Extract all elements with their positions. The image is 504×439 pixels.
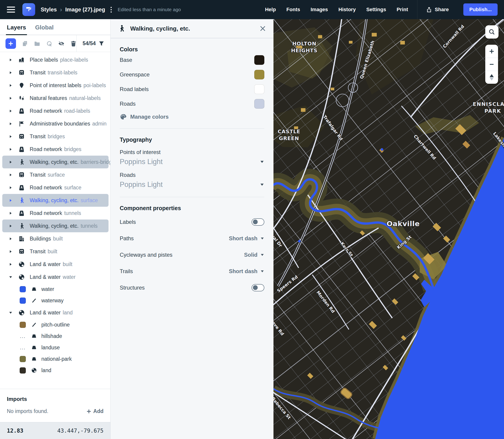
paths-select[interactable]: Short dash [229,235,264,242]
caret-right-icon[interactable] [9,211,13,215]
zoom-in-button[interactable] [485,45,498,58]
share-button[interactable]: Share [417,0,457,19]
sublayer-landuse[interactable]: ... landuse [0,342,110,353]
multi-value-dots[interactable]: ... [20,344,26,351]
caret-down-icon[interactable] [9,275,13,279]
caret-right-icon[interactable] [9,135,13,138]
caret-right-icon[interactable] [9,237,13,241]
cycleways-row: Cycleways and pistes Solid [120,247,264,263]
layer-row-road-labels[interactable]: Road network road-labels [2,105,108,117]
breadcrumb-filename[interactable]: Image (27).jpeg [65,6,105,13]
roads-color-swatch[interactable] [254,99,264,109]
road-labels-color-swatch[interactable] [254,85,264,94]
structures-toggle[interactable] [252,284,264,291]
labels-toggle[interactable] [252,218,264,226]
menu-fonts[interactable]: Fonts [286,7,300,12]
menu-history[interactable]: History [338,7,356,12]
color-swatch[interactable] [20,286,26,292]
menu-images[interactable]: Images [311,7,328,12]
caret-right-icon[interactable] [9,109,13,113]
sublayer-pitch-outline[interactable]: pitch-outline [0,319,110,330]
layer-row-transit-surface[interactable]: Transit surface [2,168,108,181]
publish-button[interactable]: Publish... [463,3,498,16]
road-sign-icon [18,108,25,114]
layer-row-road-bridges[interactable]: Road network bridges [2,143,108,156]
layer-row-walking-barriers-bridges[interactable]: Walking, cycling, etc. barriers-bridges [2,156,108,168]
select-data-icon[interactable] [46,40,52,47]
sublayer-land[interactable]: land [0,365,110,376]
component-properties-heading: Component properties [120,205,264,211]
layer-row-buildings-built[interactable]: Buildings built [2,232,108,245]
sublayer-waterway[interactable]: waterway [0,295,110,306]
delete-layer-icon[interactable] [70,40,77,47]
caret-right-icon[interactable] [9,250,13,254]
menu-settings[interactable]: Settings [366,7,386,12]
color-swatch[interactable] [20,298,26,304]
group-layers-icon[interactable] [34,40,40,47]
color-swatch[interactable] [20,367,26,374]
color-swatch[interactable] [20,356,26,362]
style-options-kebab-icon[interactable] [111,7,112,12]
hamburger-menu-icon[interactable] [7,7,15,12]
caret-right-icon[interactable] [9,198,13,202]
base-color-swatch[interactable] [254,55,264,65]
sublayer-water[interactable]: water [0,283,110,295]
add-import-button[interactable]: Add [86,408,103,414]
layer-row-poi-labels[interactable]: Point of interest labels poi-labels [2,79,108,92]
cycleways-select[interactable]: Solid [244,252,264,258]
zoom-level: 12.83 [7,427,23,434]
layer-row-place-labels[interactable]: Place labels place-labels [2,53,108,66]
caret-right-icon[interactable] [9,160,13,164]
globe-icon [18,261,25,268]
layer-row-transit-built[interactable]: Transit built [2,245,108,258]
zoom-out-button[interactable] [485,58,498,71]
panel-title: Walking, cycling, etc. [130,25,190,32]
breadcrumb-styles[interactable]: Styles [41,6,57,13]
caret-right-icon[interactable] [9,147,13,151]
menu-help[interactable]: Help [265,7,276,12]
trails-select[interactable]: Short dash [229,268,264,274]
caret-right-icon[interactable] [9,84,13,87]
map-search-button[interactable] [485,25,499,38]
manage-colors-button[interactable]: Manage colors [120,113,264,120]
layer-row-landwater-water[interactable]: Land & water water [2,271,108,283]
caret-right-icon[interactable] [9,186,13,190]
color-swatch[interactable] [20,322,26,328]
sublayer-national-park[interactable]: national-park [0,353,110,365]
layer-row-transit-labels[interactable]: Transit transit-labels [2,66,108,79]
caret-right-icon[interactable] [9,96,13,100]
greenspace-color-swatch[interactable] [254,70,264,79]
add-layer-button[interactable] [5,38,16,49]
tab-global[interactable]: Global [35,24,54,35]
poi-font-select[interactable]: Poppins Light [120,158,264,166]
caret-right-icon[interactable] [9,173,13,177]
layer-row-landwater-land[interactable]: Land & water land [2,306,108,319]
multi-value-dots[interactable]: ... [20,333,26,339]
close-icon[interactable] [259,25,266,32]
layer-row-walking-tunnels[interactable]: Walking, cycling, etc. tunnels [2,220,108,232]
roads-font-select[interactable]: Poppins Light [120,181,264,189]
hide-layer-icon[interactable] [58,40,65,47]
caret-right-icon[interactable] [9,71,13,75]
duplicate-layer-icon[interactable] [22,40,28,47]
layer-row-transit-bridges[interactable]: Transit bridges [2,130,108,143]
caret-right-icon[interactable] [9,262,13,266]
sublayer-hillshade[interactable]: ... hillshade [0,330,110,342]
layer-filter[interactable]: 54/54 [76,35,110,52]
mapbox-studio-logo[interactable] [22,3,35,16]
map-canvas[interactable]: HOLTONHEIGHTS CASTLEGREEN ENNISCLAREPARK… [273,19,504,439]
layer-row-walking-surface[interactable]: Walking, cycling, etc. surface [2,194,108,207]
layer-row-road-tunnels[interactable]: Road network tunnels [2,207,108,220]
layer-row-landwater-built[interactable]: Land & water built [2,258,108,271]
menu-print[interactable]: Print [397,7,408,12]
tab-layers[interactable]: Layers [7,24,26,35]
layer-row-admin[interactable]: Administrative boundaries admin [2,117,108,130]
caret-right-icon[interactable] [9,122,13,126]
compass-button[interactable] [485,71,498,84]
layer-row-road-surface[interactable]: Road network surface [2,181,108,194]
caret-right-icon[interactable] [9,224,13,228]
layer-row-natural-labels[interactable]: Natural features natural-labels [2,92,108,105]
caret-right-icon[interactable] [9,58,13,62]
trees-icon [18,95,25,101]
caret-down-icon[interactable] [9,311,13,315]
